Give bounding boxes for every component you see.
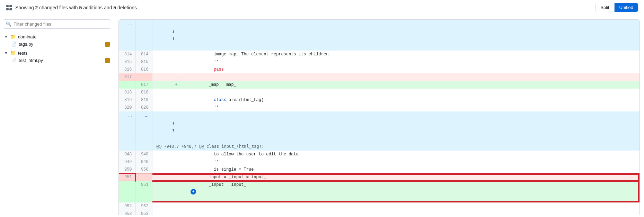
deletions-count: 5 [113,5,116,10]
line-content [200,73,639,81]
expand-arrows-mid: ⬇ ⬆ [172,120,175,134]
file-icon: 📄 [11,42,17,47]
diff-marker-del-2: - [152,173,200,181]
line-num-old: 819 [119,96,135,104]
file-label-2: test_html.py [19,58,43,63]
folder-dominate[interactable]: ▼ 📁 dominate [3,33,111,40]
expand-num-left-2: ··· [119,111,135,142]
line-num-old [119,81,135,89]
line-num-new: 817 [135,81,152,89]
diff-marker [152,151,200,158]
table-row: 950 950 is_single = True [119,166,639,173]
table-row: 952 952 [119,202,639,210]
folder-tests[interactable]: ▼ 📁 tests [3,49,111,57]
diff-block-1: ··· ⬇ ⬆ 814 814 [118,19,640,215]
line-num-new [135,73,152,81]
folder-label-2: tests [18,51,27,56]
plus-button[interactable]: + [191,189,196,195]
diff-icon [6,4,12,11]
unified-button[interactable]: Unified [615,3,638,12]
line-content: ''' [200,158,639,166]
file-label: tags.py [19,42,33,47]
line-num-old: 815 [119,58,135,66]
line-content [200,202,639,210]
diff-marker [152,58,200,66]
expand-cell-mid[interactable]: ⬇ ⬆ [152,111,639,142]
line-num-old: 953 [119,210,135,215]
line-num-new: 949 [135,158,152,166]
line-num-new: 814 [135,51,152,58]
line-content: to allow the user to edit the data. [200,151,639,158]
line-content: ''' [200,104,639,111]
line-num-new [135,173,152,181]
table-row: 819 819 class area(html_tag): [119,96,639,104]
line-num-old: 814 [119,51,135,58]
folder-icon: 📁 [10,34,16,39]
expand-num-right-2: ··· [135,111,152,142]
selected-del-row: 951 - input = _input = input_ [119,173,639,181]
split-button[interactable]: Split [596,3,614,12]
sidebar: 🔍 ▼ 📁 dominate 📄 tags.py ▼ 📁 tests 📄 tes… [0,15,114,215]
line-content [200,89,639,96]
view-toggle: Split Unified [595,3,638,12]
line-content: ''' [200,58,639,66]
expand-row-mid[interactable]: ··· ··· ⬇ ⬆ [119,111,639,142]
table-row: 815 815 ''' [119,58,639,66]
table-row: 816 816 pass [119,66,639,73]
line-num-old: 949 [119,158,135,166]
file-tags-py[interactable]: 📄 tags.py [10,40,111,48]
header-bar: Showing 2 changed files with 5 additions… [0,0,644,15]
files-count: 2 [35,5,38,10]
line-num-new: 819 [135,96,152,104]
line-num-old: 952 [119,202,135,210]
additions-count: 5 [79,5,82,10]
chevron-icon-2: ▼ [4,51,8,55]
line-num-old [119,181,135,202]
header-text: Showing 2 changed files with 5 additions… [15,5,138,10]
search-box[interactable]: 🔍 [3,19,111,29]
table-row: 818 818 [119,89,639,96]
expand-num-right [135,20,152,51]
line-num-new: 820 [135,104,152,111]
hunk-num-right [135,142,152,151]
diff-marker [152,210,200,215]
table-row: 820 820 ''' [119,104,639,111]
line-content: image map. The element represents its ch… [200,51,639,58]
diff-marker [152,166,200,173]
line-num-new: 818 [135,89,152,96]
line-num-new: 951 [135,181,152,202]
diff-marker [152,96,200,104]
line-content [200,210,639,215]
expand-row-top[interactable]: ··· ⬇ ⬆ [119,20,639,51]
diff-marker [152,89,200,96]
main-layout: 🔍 ▼ 📁 dominate 📄 tags.py ▼ 📁 tests 📄 tes… [0,15,644,215]
line-num-old: 948 [119,151,135,158]
line-content: _map = map_ [200,81,639,89]
diff-marker [152,202,200,210]
line-num-old: 817 [119,73,135,81]
line-num-new: 815 [135,58,152,66]
search-icon: 🔍 [6,21,11,27]
folder-icon-2: 📁 [10,50,16,56]
line-num-old: 816 [119,66,135,73]
file-badge-2 [105,58,110,63]
folder-label: dominate [18,34,36,39]
diff-marker [152,104,200,111]
line-num-new: 948 [135,151,152,158]
expand-cell[interactable]: ⬇ ⬆ [152,20,639,51]
line-num-new: 950 [135,166,152,173]
hunk-num-left [119,142,135,151]
expand-arrows: ⬇ ⬆ [172,28,175,42]
file-test-html-py[interactable]: 📄 test_html.py [10,57,111,64]
line-content: pass [200,66,639,73]
diff-area: ··· ⬇ ⬆ 814 814 [114,15,644,215]
diff-marker-add-2: + [152,181,200,202]
line-num-old: 820 [119,104,135,111]
line-num-old: 818 [119,89,135,96]
line-content: class area(html_tag): [200,96,639,104]
diff-marker [152,51,200,58]
line-num-old: 951 [119,173,135,181]
line-num-new: 952 [135,202,152,210]
line-num-old: 950 [119,166,135,173]
search-input[interactable] [14,21,108,27]
